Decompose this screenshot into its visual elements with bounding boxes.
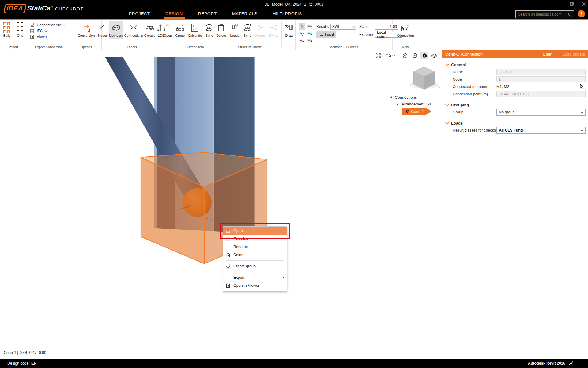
shaded-edges-cube-icon [412, 52, 418, 59]
loads-button[interactable]: Loads [228, 21, 241, 48]
section-box-icon [431, 53, 438, 58]
conversion-icon [82, 22, 91, 33]
context-menu-item-rename[interactable]: Rename [223, 243, 287, 251]
ribbon-group-structural-model: Loads Sync Merge [227, 20, 296, 50]
model-tree: Connections Arrangement 1-1 Conn-1 [390, 94, 432, 115]
members-icon [111, 22, 121, 33]
force-toggle-mz[interactable]: Mz [307, 37, 313, 44]
result-classes-dropdown[interactable]: All ULS Fund [496, 127, 586, 134]
sync-current-button[interactable]: Sync [204, 21, 215, 39]
section-general[interactable]: General [446, 63, 588, 67]
title-bar: 3D_Model_UK_2024 (1) (2).0001 IDEA Stati… [0, 0, 588, 20]
viewport-toolbar [374, 52, 448, 59]
sync-icon [243, 22, 252, 33]
annotation-highlight-open [220, 223, 290, 239]
app-logo: IDEA StatiCa® CHECKBOT [4, 4, 84, 13]
nodes-toggle[interactable]: Nodes [98, 21, 108, 39]
viewer-icon [226, 283, 230, 288]
tree-item-connections[interactable]: Connections [390, 94, 432, 101]
viewport-3d[interactable]: Connections Arrangement 1-1 Conn-1 Open … [0, 50, 442, 359]
connections-toggle[interactable]: Connections [124, 21, 143, 39]
tree-item-arrangement[interactable]: Arrangement 1-1 [396, 101, 432, 107]
group-button[interactable]: Group [174, 21, 186, 39]
statica-logo: StatiCa® [27, 4, 52, 12]
members-toggle[interactable]: Members [109, 21, 123, 39]
panel-load-update-button[interactable]: Load update [563, 52, 585, 56]
rotate-view-button[interactable] [384, 52, 396, 59]
tab-design[interactable]: DESIGN [164, 9, 185, 19]
force-toggle-vy[interactable]: Vy [299, 30, 305, 37]
wireframe-cube-icon [402, 52, 408, 59]
draw-button[interactable]: Draw [283, 21, 295, 48]
idea-logo: IDEA [4, 4, 27, 13]
group-dropdown[interactable]: No group [496, 109, 586, 116]
calculate-button[interactable]: Calculate [187, 21, 203, 39]
field-result-classes: Result classes for checks All ULS Fund [453, 127, 586, 134]
node-input: 1 [496, 76, 586, 82]
hidden-line-view-button[interactable] [411, 52, 419, 59]
restore-icon[interactable] [570, 2, 574, 6]
context-menu-item-delete[interactable]: Delete [223, 251, 287, 259]
submenu-arrow-icon [283, 276, 284, 279]
navigation-cube[interactable] [407, 63, 441, 94]
zoom-fit-button[interactable] [374, 52, 382, 59]
section-loads[interactable]: Loads [446, 121, 588, 125]
document-title: 3D_Model_UK_2024 (1) (2).0001 [0, 2, 588, 6]
context-menu-item-export[interactable]: Export [223, 274, 287, 282]
results-dropdown[interactable]: SWt [330, 24, 356, 30]
force-toggle-my[interactable]: My [307, 30, 313, 37]
section-grouping[interactable]: Grouping [446, 103, 588, 107]
checkbot-label: CHECKBOT [55, 6, 84, 11]
tree-expand-icon[interactable] [396, 103, 398, 105]
connection-point-input: [-0.44; 0.47; 0.00] [496, 91, 586, 97]
conversion-button[interactable]: Conversion [76, 21, 97, 39]
delete-button[interactable]: Delete [215, 21, 227, 39]
viewer-button[interactable]: Viewer [30, 34, 71, 39]
info-button[interactable]: i [578, 10, 585, 17]
close-icon[interactable] [582, 2, 586, 6]
force-toggle-mx[interactable]: Mx [307, 23, 313, 30]
section-view-button[interactable] [430, 52, 438, 59]
one-import-icon [17, 22, 24, 33]
field-connected-members: Connected members M1, M2 [453, 83, 586, 90]
merge-icon [256, 22, 265, 33]
panel-open-button[interactable]: Open [542, 52, 560, 56]
wireframe-view-button[interactable] [401, 52, 409, 59]
solid-view-button[interactable] [420, 52, 428, 59]
minimize-icon[interactable] [558, 2, 562, 6]
context-menu-item-open-in-viewer[interactable]: Open in Viewer [223, 282, 287, 289]
draw-forces-icon [284, 22, 294, 33]
ribbon-group-import: Bulk One Import [0, 20, 27, 50]
sync-icon [205, 22, 214, 33]
tab-hilti-profis[interactable]: HILTI PROFIS [271, 9, 303, 19]
tree-item-conn-1-selected[interactable]: Conn-1 [402, 108, 432, 115]
search-box[interactable] [515, 10, 574, 18]
local-toggle[interactable]: Local [316, 31, 336, 38]
sync-structural-button[interactable]: Sync [242, 21, 253, 48]
context-menu-item-create-group[interactable]: Create group [223, 262, 287, 270]
tab-materials[interactable]: MATERIALS [230, 9, 259, 19]
bulk-button[interactable]: Bulk [0, 21, 13, 39]
tree-expand-icon[interactable] [390, 96, 392, 98]
plugin-indicator: Autodesk Revit 2026 [528, 361, 574, 366]
field-name: Name Conn-1 [453, 68, 586, 76]
ribbon-group-member-1d-forces: N Mx Vy My Vz Mz Results SWt [296, 20, 393, 50]
chevron-down-icon [352, 25, 355, 28]
new-connection-button[interactable]: Connection [394, 21, 417, 39]
tab-project[interactable]: PROJECT [127, 9, 152, 19]
main-menu-tabs: PROJECT DESIGN REPORT MATERIALS HILTI PR… [127, 9, 304, 19]
ribbon-group-export-connection: Connection file IFC IFC Viewer Export Co… [27, 20, 71, 50]
connection-file-button[interactable]: Connection file [30, 23, 71, 28]
search-input[interactable] [518, 12, 568, 17]
extreme-label: Extreme [359, 33, 373, 37]
field-node: Node 1 [453, 76, 586, 83]
one-button[interactable]: One [14, 21, 27, 39]
name-input: Conn-1 [496, 69, 586, 75]
viewer-icon [30, 34, 35, 39]
groups-toggle[interactable]: Groups [144, 21, 156, 39]
force-toggle-n[interactable]: N [299, 23, 305, 30]
tab-report[interactable]: REPORT [196, 9, 219, 19]
open-button[interactable]: Open [162, 21, 173, 39]
force-toggle-vz[interactable]: Vz [299, 37, 305, 44]
ifc-button[interactable]: IFC IFC [30, 29, 71, 33]
